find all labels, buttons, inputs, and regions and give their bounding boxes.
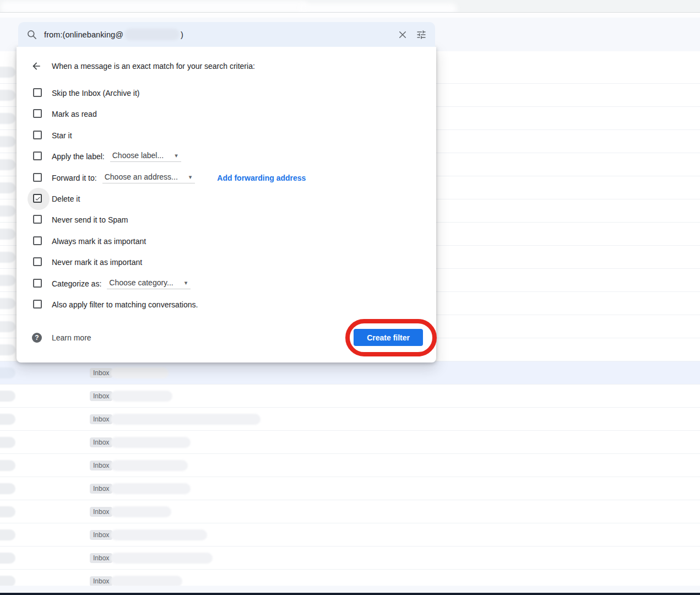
- chevron-down-icon: ▾: [185, 279, 188, 286]
- help-icon[interactable]: ?: [32, 333, 42, 343]
- inbox-label-chip: Inbox: [90, 461, 112, 470]
- filter-option-row: Mark as read: [17, 103, 436, 125]
- back-button[interactable]: [29, 58, 44, 74]
- search-bar[interactable]: from:(onlinebanking@): [18, 22, 435, 47]
- checkbox-wrap: [33, 193, 44, 204]
- checkbox-wrap: [33, 299, 44, 310]
- browser-chrome-redacted: [0, 0, 700, 13]
- sender-redaction-blob: [0, 506, 15, 517]
- subject-redaction-blob: [111, 483, 191, 494]
- email-row[interactable]: Inbox: [0, 454, 700, 477]
- sender-redaction-blob: [0, 437, 15, 448]
- email-row[interactable]: Inbox: [0, 361, 700, 385]
- email-row[interactable]: Inbox: [0, 431, 700, 454]
- checkbox-wrap: [33, 236, 44, 246]
- option-label: Always mark it as important: [52, 237, 146, 246]
- inbox-label-chip: Inbox: [90, 368, 112, 378]
- option-checkbox[interactable]: [33, 131, 42, 139]
- option-checkbox[interactable]: [33, 236, 42, 245]
- option-label: Apply the label:: [52, 152, 105, 161]
- filter-option-row: Skip the Inbox (Archive it): [17, 82, 436, 104]
- subject-redaction-blob: [111, 460, 188, 471]
- checkbox-wrap: [33, 214, 44, 225]
- checkmark-icon: [35, 196, 41, 202]
- sender-redaction-blob: [0, 321, 15, 332]
- add-forwarding-address-link[interactable]: Add forwarding address: [217, 174, 306, 182]
- learn-more-link[interactable]: Learn more: [52, 333, 91, 342]
- option-label: Also apply filter to matching conversati…: [52, 300, 198, 309]
- inbox-label-chip: Inbox: [90, 530, 112, 540]
- sender-redaction-blob: [0, 391, 15, 402]
- bottom-dark-bar: [0, 593, 700, 595]
- subject-redaction-blob: [111, 506, 171, 517]
- search-icon: [26, 29, 37, 40]
- search-query[interactable]: from:(onlinebanking@): [44, 29, 183, 40]
- inbox-label-chip: Inbox: [90, 391, 112, 401]
- option-label: Star it: [52, 131, 72, 140]
- chevron-down-icon: ▾: [175, 152, 178, 159]
- option-checkbox[interactable]: [33, 257, 42, 266]
- inbox-label-chip: Inbox: [90, 576, 112, 586]
- checkbox-wrap: [33, 151, 44, 161]
- filter-option-row: Delete it: [17, 188, 436, 209]
- option-label: Delete it: [52, 194, 80, 203]
- sender-redaction-blob: [0, 136, 15, 147]
- email-row[interactable]: Inbox: [0, 385, 700, 408]
- subject-redaction-blob: [111, 576, 182, 587]
- sender-redaction-blob: [0, 252, 15, 263]
- checkbox-wrap: [33, 257, 44, 267]
- sender-redaction-blob: [0, 553, 15, 564]
- clear-search-button[interactable]: [393, 25, 412, 44]
- email-row[interactable]: Inbox: [0, 500, 700, 523]
- dropdown-value: Choose an address...: [105, 172, 178, 181]
- inbox-label-chip: Inbox: [90, 507, 112, 517]
- search-options-button[interactable]: [412, 25, 431, 44]
- dropdown-value: Choose label...: [112, 151, 164, 160]
- dialog-header: When a message is an exact match for you…: [17, 58, 436, 74]
- option-checkbox[interactable]: [33, 109, 42, 118]
- subject-redaction-blob: [111, 391, 172, 402]
- filter-option-row: Never send it to Spam: [17, 209, 436, 230]
- option-label: Skip the Inbox (Archive it): [52, 89, 140, 98]
- sender-redaction-blob: [0, 229, 15, 240]
- email-row[interactable]: Inbox: [0, 477, 700, 500]
- back-arrow-icon: [31, 61, 42, 72]
- subject-redaction-blob: [111, 529, 207, 540]
- option-checkbox[interactable]: [33, 194, 42, 203]
- tune-icon: [416, 29, 427, 40]
- filter-option-row: Also apply filter to matching conversati…: [17, 294, 436, 315]
- option-checkbox[interactable]: [33, 300, 42, 309]
- option-label: Never mark it as important: [52, 258, 142, 267]
- filter-option-row: Never mark it as important: [17, 251, 436, 273]
- search-query-redaction: [124, 29, 180, 40]
- option-label: Never send it to Spam: [52, 215, 128, 224]
- dropdown-value: Choose category...: [109, 278, 173, 287]
- option-checkbox[interactable]: [33, 88, 42, 97]
- sender-redaction-blob: [0, 460, 15, 471]
- screen: InboxInboxInboxInboxInboxInboxInboxInbox…: [0, 0, 700, 595]
- close-icon: [398, 30, 408, 40]
- inbox-label-chip: Inbox: [90, 437, 112, 447]
- chrome-divider: [0, 13, 700, 18]
- filter-option-row: Star it: [17, 125, 436, 146]
- option-dropdown[interactable]: Choose an address...▾: [102, 172, 196, 183]
- email-row[interactable]: Inbox: [0, 408, 700, 431]
- sender-redaction-blob: [0, 344, 15, 355]
- checkbox-wrap: [33, 109, 44, 119]
- option-checkbox[interactable]: [33, 152, 42, 160]
- option-checkbox[interactable]: [33, 279, 42, 288]
- option-checkbox[interactable]: [33, 215, 42, 224]
- sender-redaction-blob: [0, 529, 15, 540]
- checkbox-wrap: [33, 130, 44, 140]
- option-dropdown[interactable]: Choose category...▾: [107, 278, 191, 289]
- email-row[interactable]: Inbox: [0, 523, 700, 547]
- option-label: Mark as read: [52, 110, 97, 118]
- sender-redaction-blob: [0, 90, 15, 101]
- email-row[interactable]: Inbox: [0, 547, 700, 570]
- option-checkbox[interactable]: [33, 173, 42, 182]
- sender-redaction-blob: [0, 205, 15, 217]
- option-label: Categorize as:: [52, 279, 101, 288]
- option-dropdown[interactable]: Choose label...▾: [110, 150, 181, 162]
- sender-redaction-blob: [0, 576, 15, 587]
- chevron-down-icon: ▾: [189, 174, 192, 181]
